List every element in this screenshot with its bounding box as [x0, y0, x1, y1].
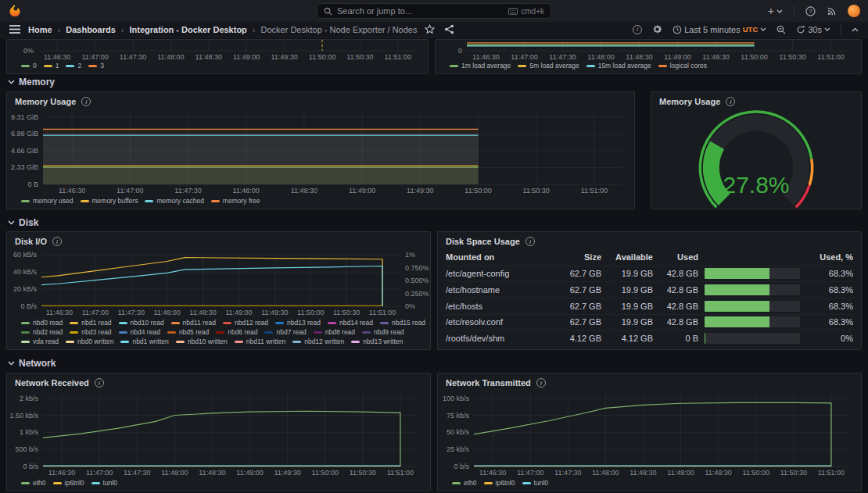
legend-item[interactable]: nbd4 read [119, 328, 160, 336]
info-icon[interactable]: i [525, 237, 535, 246]
legend-item[interactable]: nbd1 written [120, 338, 168, 345]
legend-item[interactable]: memory used [21, 197, 74, 205]
legend-item[interactable]: ip6tnl0 [484, 479, 515, 487]
info-icon[interactable]: i [52, 237, 62, 246]
info-icon[interactable]: i [726, 97, 735, 106]
legend-item[interactable]: 1 [44, 62, 59, 70]
legend-item[interactable]: nbd15 read [380, 319, 425, 327]
svg-text:11:46:30: 11:46:30 [479, 469, 506, 477]
time-series-plot[interactable]: 11:46:3011:47:0011:47:3011:48:0011:48:30… [436, 40, 861, 62]
chevron-up-icon[interactable] [852, 27, 859, 32]
refresh-picker[interactable]: 30s [796, 25, 830, 34]
panel-legend: memory usedmemory buffersmemory cachedme… [7, 197, 634, 209]
time-range-label: Last 5 minutes [684, 25, 741, 34]
help-icon[interactable]: ? [805, 6, 816, 16]
legend-item[interactable]: nbd3 read [70, 328, 111, 336]
info-icon[interactable]: i [81, 97, 91, 106]
svg-text:11:50:30: 11:50:30 [780, 469, 807, 477]
legend-item[interactable]: nbd5 read [167, 328, 209, 336]
new-button[interactable]: + [768, 5, 783, 17]
col-size[interactable]: Size [553, 252, 601, 262]
legend-item[interactable]: nbd12 read [223, 319, 268, 327]
time-series-plot[interactable]: 11:46:3011:47:0011:47:3011:48:0011:48:30… [7, 108, 634, 197]
cell-size: 4.12 GB [553, 334, 601, 343]
legend-item[interactable]: 15m load average [586, 62, 651, 70]
legend-item[interactable]: nbd8 read [314, 328, 355, 336]
legend-item[interactable]: nbd2 read [21, 328, 63, 336]
search-input[interactable]: Search or jump to... cmd+k [317, 3, 551, 19]
cell-mounted-on: /etc/resolv.conf [446, 317, 553, 327]
legend-item[interactable]: vda read [21, 338, 59, 345]
legend-item[interactable]: nbd11 read [171, 319, 216, 327]
svg-text:0 B/s: 0 B/s [20, 302, 37, 310]
zoom-out-icon[interactable] [777, 25, 786, 34]
panel-header[interactable]: Memory Usage i [651, 92, 861, 108]
legend-item[interactable]: nbd7 read [264, 328, 306, 336]
legend-item[interactable]: nbd10 read [119, 319, 164, 327]
svg-text:11:49:30: 11:49:30 [261, 309, 288, 316]
menu-icon[interactable] [9, 25, 20, 34]
legend-item[interactable]: nbd10 written [176, 338, 228, 345]
grafana-logo-icon[interactable] [8, 4, 22, 18]
breadcrumb-item[interactable]: Integration - Docker Desktop [129, 25, 246, 34]
legend-item[interactable]: nbd14 read [328, 319, 373, 327]
breadcrumb-item[interactable]: Docker Desktop - Node Exporter / Nodes [261, 25, 418, 34]
share-icon[interactable] [444, 24, 454, 34]
legend-item[interactable]: 2 [66, 62, 81, 70]
legend-item[interactable]: nbd1 read [70, 319, 111, 327]
legend-item[interactable]: nbd11 written [235, 338, 285, 345]
dashboard-insights-icon[interactable]: i [633, 25, 642, 34]
legend-item[interactable]: logical cores [658, 62, 707, 70]
legend-item[interactable]: ip6tnl0 [53, 479, 84, 487]
time-series-plot[interactable]: 11:46:3011:47:0011:47:3011:48:0011:48:30… [438, 389, 861, 479]
legend-item[interactable]: 5m load average [518, 62, 579, 70]
breadcrumb-item[interactable]: Dashboards [66, 25, 116, 34]
section-disk[interactable]: Disk [8, 217, 38, 228]
legend-item[interactable]: 1m load average [450, 62, 511, 70]
legend-item[interactable]: memory cached [145, 197, 203, 205]
svg-text:40 kB/s: 40 kB/s [13, 268, 38, 276]
legend-item[interactable]: nbd12 written [292, 338, 344, 345]
legend-item[interactable]: nbd0 read [21, 319, 63, 327]
section-memory[interactable]: Memory [8, 77, 55, 88]
legend-item[interactable]: nbd13 written [351, 338, 403, 345]
legend-swatch [91, 482, 100, 484]
news-icon[interactable] [827, 6, 837, 16]
panel-disk-space-usage: Disk Space Usage i Mounted on Size Avail… [437, 231, 862, 350]
legend-item[interactable]: tunl0 [91, 479, 117, 487]
time-series-plot[interactable]: 11:46:3011:47:0011:47:3011:48:0011:48:30… [7, 389, 430, 479]
breadcrumb-item[interactable]: Home [28, 25, 52, 34]
section-network[interactable]: Network [8, 358, 56, 369]
table-row: /etc/resolv.conf62.7 GB19.9 GB42.8 GB68.… [446, 315, 853, 331]
legend-item[interactable]: 0 [21, 62, 37, 70]
legend-item[interactable]: nbd0 written [66, 338, 113, 345]
legend-item[interactable]: nbd13 read [275, 319, 321, 327]
legend-item[interactable]: nbd9 read [362, 328, 404, 336]
col-used[interactable]: Used [653, 252, 698, 262]
time-series-plot[interactable]: 11:46:3011:47:0011:47:3011:48:0011:48:30… [7, 248, 430, 319]
col-available[interactable]: Available [601, 252, 653, 262]
settings-gear-icon[interactable] [652, 24, 662, 34]
time-series-plot[interactable]: 11:46:3011:47:0011:47:3011:48:0011:48:30… [7, 40, 428, 62]
panel-disk-io: Disk I/O i 11:46:3011:47:0011:47:3011:48… [6, 231, 431, 350]
legend-swatch [53, 482, 62, 484]
info-icon[interactable]: i [95, 378, 104, 388]
legend-item[interactable]: eth0 [452, 479, 477, 487]
legend-item[interactable]: 3 [88, 62, 104, 70]
legend-item[interactable]: tunl0 [522, 479, 548, 487]
legend-item[interactable]: memory buffers [81, 197, 138, 205]
panel-header[interactable]: Network Received i [7, 373, 430, 389]
time-range-picker[interactable]: Last 5 minutes UTC [673, 25, 766, 34]
user-avatar[interactable] [848, 5, 860, 17]
legend-item[interactable]: memory free [211, 197, 260, 205]
panel-header[interactable]: Network Transmitted i [438, 373, 861, 389]
col-used-pct[interactable]: Used, % [806, 252, 853, 262]
panel-header[interactable]: Disk Space Usage i [438, 232, 861, 248]
col-mounted-on[interactable]: Mounted on [446, 252, 553, 262]
favorite-star-icon[interactable] [425, 24, 435, 34]
panel-header[interactable]: Memory Usage i [7, 92, 634, 108]
legend-item[interactable]: nbd6 read [216, 328, 257, 336]
panel-header[interactable]: Disk I/O i [7, 232, 430, 248]
legend-item[interactable]: eth0 [21, 479, 46, 487]
info-icon[interactable]: i [536, 378, 546, 388]
